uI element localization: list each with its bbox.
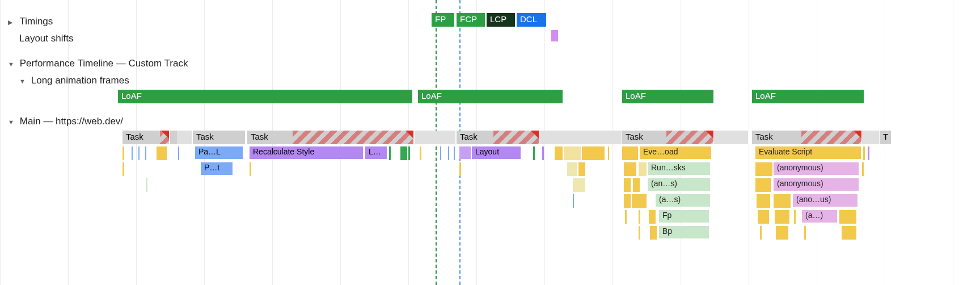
layout-shift-marker[interactable] xyxy=(551,30,558,41)
flame-sliver[interactable] xyxy=(145,146,146,160)
flame-sliver[interactable] xyxy=(625,210,627,224)
flame-sliver[interactable] xyxy=(839,210,856,224)
track-timings-header[interactable]: ▶ Timings FP FCP LCP DCL xyxy=(0,12,980,30)
flame-sliver[interactable] xyxy=(138,146,140,160)
flame-sliver[interactable] xyxy=(639,210,640,224)
flame-sliver[interactable] xyxy=(639,194,647,208)
flame-sliver[interactable] xyxy=(639,226,640,240)
flame-sliver[interactable] xyxy=(573,178,585,192)
marker-fcp[interactable]: FCP xyxy=(457,13,485,27)
flame-sliver[interactable] xyxy=(755,162,772,176)
flame-anonymous-short[interactable]: (a…) xyxy=(802,210,837,223)
task-block[interactable] xyxy=(415,131,455,144)
flame-sliver[interactable] xyxy=(774,194,791,208)
loaf-block[interactable]: LoAF xyxy=(752,90,864,103)
flame-sliver[interactable] xyxy=(146,178,147,192)
flame-sliver[interactable] xyxy=(755,178,771,192)
flame-sliver[interactable] xyxy=(578,162,585,176)
flame-sliver[interactable] xyxy=(533,146,535,160)
flame-anonymous[interactable]: (anonymous) xyxy=(774,178,859,191)
flame-sliver[interactable] xyxy=(776,226,788,240)
marker-lcp[interactable]: LCP xyxy=(487,13,515,27)
flame-sliver[interactable] xyxy=(542,146,544,160)
task-block[interactable]: Task xyxy=(122,131,169,144)
task-block[interactable] xyxy=(862,131,879,144)
flame-evaluate-script[interactable]: Evaluate Script xyxy=(755,146,861,159)
flame-event-load[interactable]: Eve…oad xyxy=(640,146,711,159)
flame-sliver[interactable] xyxy=(459,146,471,159)
task-block[interactable] xyxy=(170,131,177,144)
flame-sliver[interactable] xyxy=(794,210,796,224)
flame-sliver[interactable] xyxy=(400,146,407,160)
marker-fp[interactable]: FP xyxy=(432,13,454,27)
flame-sliver[interactable] xyxy=(842,226,856,240)
task-block[interactable]: Task xyxy=(247,131,413,144)
flame-sliver[interactable] xyxy=(624,194,631,208)
flame-parse-html[interactable]: Pa…L xyxy=(195,146,243,159)
flame-sliver[interactable] xyxy=(454,146,455,160)
flame-sliver[interactable] xyxy=(132,146,133,160)
task-block[interactable]: Task xyxy=(457,131,539,144)
task-block[interactable] xyxy=(714,131,748,144)
flame-sliver[interactable] xyxy=(573,194,574,208)
task-block[interactable] xyxy=(539,131,622,144)
loaf-block[interactable]: LoAF xyxy=(418,90,563,103)
flame-row-6: Bp xyxy=(0,226,980,241)
flame-sliver[interactable] xyxy=(775,210,789,224)
flame-sliver[interactable] xyxy=(408,146,410,160)
flame-anonymous-short[interactable]: (an…s) xyxy=(648,178,710,191)
task-block[interactable]: Task xyxy=(752,131,861,144)
flame-sliver[interactable] xyxy=(863,146,865,160)
flame-sliver[interactable] xyxy=(632,194,639,208)
flame-run-microtasks[interactable]: Run…sks xyxy=(648,162,710,175)
flame-pt[interactable]: P…t xyxy=(201,162,233,175)
flame-sliver[interactable] xyxy=(448,146,449,160)
flame-anonymous-short[interactable]: (ano…us) xyxy=(793,194,858,207)
track-layout-shifts[interactable]: Layout shifts xyxy=(0,30,980,47)
flame-sliver[interactable] xyxy=(459,162,461,176)
flame-fp[interactable]: Fp xyxy=(659,210,709,223)
flame-sliver[interactable] xyxy=(758,210,769,224)
flame-recalculate-style[interactable]: Recalculate Style xyxy=(250,146,363,159)
task-block[interactable]: Task xyxy=(193,131,245,144)
flame-sliver[interactable] xyxy=(582,146,605,160)
flame-sliver[interactable] xyxy=(639,162,647,176)
flame-sliver[interactable] xyxy=(564,146,581,160)
flame-sliver[interactable] xyxy=(624,178,631,192)
flame-layout[interactable]: Layout xyxy=(472,146,521,159)
flame-sliver[interactable] xyxy=(622,146,638,160)
track-main-header[interactable]: ▼ Main — https://web.dev/ xyxy=(0,112,980,129)
flame-sliver[interactable] xyxy=(389,146,391,160)
loaf-block[interactable]: LoAF xyxy=(118,90,412,103)
flame-sliver[interactable] xyxy=(122,146,124,160)
flame-anonymous-short[interactable]: (a…s) xyxy=(656,194,710,207)
flame-sliver[interactable] xyxy=(608,146,609,160)
track-loaf-header[interactable]: ▼ Long animation frames xyxy=(0,72,980,89)
flame-sliver[interactable] xyxy=(420,146,421,160)
marker-dcl[interactable]: DCL xyxy=(517,13,546,27)
flame-sliver[interactable] xyxy=(250,162,251,176)
flame-sliver[interactable] xyxy=(757,194,770,208)
flame-sliver[interactable] xyxy=(862,162,864,176)
flame-bp[interactable]: Bp xyxy=(659,226,709,238)
flame-anonymous[interactable]: (anonymous) xyxy=(774,162,859,175)
task-block[interactable] xyxy=(177,131,192,144)
flame-sliver[interactable] xyxy=(440,146,441,160)
flame-sliver[interactable] xyxy=(804,226,806,240)
loaf-block[interactable]: LoAF xyxy=(622,90,713,103)
flame-sliver[interactable] xyxy=(555,146,563,160)
track-perf-timeline-header[interactable]: ▼ Performance Timeline — Custom Track xyxy=(0,55,980,72)
flame-sliver[interactable] xyxy=(633,178,640,192)
flame-sliver[interactable] xyxy=(157,146,167,160)
flame-sliver[interactable] xyxy=(868,146,869,160)
flame-sliver[interactable] xyxy=(650,226,657,240)
flame-sliver[interactable] xyxy=(649,210,656,224)
flame-sliver[interactable] xyxy=(122,162,124,176)
flame-sliver[interactable] xyxy=(178,146,179,160)
flame-sliver[interactable] xyxy=(760,226,762,240)
flame-layout-short[interactable]: L… xyxy=(365,146,387,159)
flame-sliver[interactable] xyxy=(624,162,636,176)
flame-sliver[interactable] xyxy=(567,162,577,176)
task-block[interactable]: T xyxy=(880,131,891,144)
task-block[interactable]: Task xyxy=(622,131,713,144)
